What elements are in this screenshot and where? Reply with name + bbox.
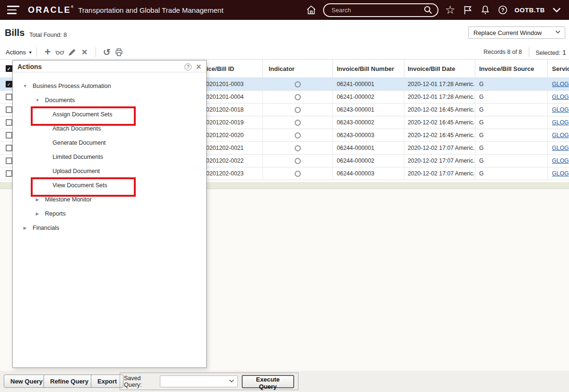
invoice-bill-date-cell: 2020-12-02 17:07 Americ... — [404, 167, 475, 180]
export-button[interactable]: Export — [91, 375, 123, 388]
checkbox-unchecked[interactable] — [6, 170, 12, 177]
checkbox-unchecked[interactable] — [6, 132, 12, 139]
checkbox-unchecked[interactable] — [6, 94, 12, 100]
invoice-bill-date-cell: 2020-12-02 16:45 Americ... — [404, 104, 475, 116]
service-link[interactable]: GLOG — [552, 170, 569, 177]
invoice-bill-source-cell: G — [475, 104, 548, 116]
column-header-invoice-bill-date[interactable]: Invoice/Bill Date — [404, 60, 475, 78]
column-header-invoice-bill-source[interactable]: Invoice/Bill Source — [475, 60, 548, 78]
tree-item-label: Assign Document Sets — [53, 111, 112, 118]
tree-expanded-icon[interactable]: ▼ — [22, 84, 28, 88]
page-title: Bills — [5, 27, 25, 38]
edit-pencil-icon[interactable] — [66, 46, 79, 58]
invoice-bill-number-cell: 06241-000002 — [333, 91, 404, 103]
invoice-bill-date-cell: 2020-12-02 16:45 Americ... — [404, 129, 475, 141]
column-header-indicator[interactable]: Indicator — [263, 60, 333, 78]
tree-item-label: Financials — [33, 225, 59, 231]
actions-tree-item-view-document-sets[interactable]: View Document Sets — [13, 178, 206, 192]
user-menu-label[interactable]: OOTB.TB — [515, 7, 545, 14]
indicator-cell — [263, 78, 333, 90]
service-link[interactable]: GLOG — [552, 145, 569, 151]
checkbox-unchecked[interactable] — [6, 145, 12, 151]
tree-expanded-icon[interactable]: ▼ — [35, 98, 40, 103]
invoice-bill-date-cell: 2020-12-02 16:45 Americ... — [404, 116, 475, 129]
service-link[interactable]: GLOG — [552, 157, 569, 164]
indicator-circle-icon — [295, 132, 301, 139]
column-header-invoice-bill-number[interactable]: Invoice/Bill Number — [333, 60, 404, 78]
refresh-icon[interactable]: ↺ — [101, 46, 113, 58]
popup-close-icon[interactable]: ✕ — [196, 63, 201, 70]
service-cell: GLOG — [548, 129, 569, 141]
service-cell: GLOG — [548, 155, 569, 167]
actions-tree-item-upload-document[interactable]: Upload Document — [13, 164, 206, 178]
service-link[interactable]: GLOG — [552, 81, 569, 87]
service-link[interactable]: GLOG — [552, 132, 569, 139]
indicator-cell — [263, 116, 333, 129]
indicator-circle-icon — [295, 81, 301, 87]
service-link[interactable]: GLOG — [552, 119, 569, 126]
actions-tree-item-reports[interactable]: ▶Reports — [13, 207, 206, 221]
actions-tree-item-milestone-monitor[interactable]: ▶Milestone Monitor — [13, 192, 206, 207]
actions-tree-item-generate-document[interactable]: Generate Document — [13, 136, 206, 150]
service-link[interactable]: GLOG — [552, 106, 569, 113]
delete-icon[interactable]: ✕ — [79, 46, 91, 58]
home-icon[interactable] — [306, 4, 317, 16]
popup-help-icon[interactable]: ? — [184, 63, 192, 70]
column-header-service[interactable]: Servic — [548, 60, 569, 78]
actions-popup: Actions ? ✕ ▼Business Process Automation… — [12, 60, 207, 368]
checkbox-checked[interactable]: ✓ — [6, 81, 12, 87]
window-mode-select[interactable]: Replace Current Window — [468, 26, 565, 39]
checkbox-unchecked[interactable] — [6, 119, 12, 126]
actions-tree-item-documents[interactable]: ▼Documents — [13, 93, 206, 107]
tree-item-label: Upload Document — [53, 168, 100, 174]
tree-item-label: Attach Documents — [53, 125, 101, 132]
invoice-bill-source-cell: G — [475, 167, 548, 180]
indicator-cell — [263, 142, 333, 154]
add-record-icon[interactable]: + — [42, 46, 54, 58]
refine-query-button[interactable]: Refine Query — [44, 375, 95, 388]
global-search-box[interactable] — [323, 3, 438, 17]
service-link[interactable]: GLOG — [552, 94, 569, 100]
service-cell: GLOG — [548, 142, 569, 154]
favorites-star-icon[interactable]: ☆ — [445, 4, 456, 16]
search-icon[interactable] — [423, 5, 433, 15]
indicator-cell — [263, 129, 333, 141]
checkbox-unchecked[interactable] — [6, 106, 12, 113]
search-input[interactable] — [331, 6, 423, 14]
hamburger-menu-icon[interactable] — [7, 6, 19, 14]
checkbox-checked[interactable]: ✓ — [6, 65, 12, 72]
tree-collapsed-icon[interactable]: ▶ — [35, 211, 40, 216]
checkbox-unchecked[interactable] — [6, 157, 12, 164]
indicator-circle-icon — [295, 94, 301, 100]
print-icon[interactable] — [113, 46, 125, 58]
tree-collapsed-icon[interactable]: ▶ — [22, 226, 28, 230]
actions-tree-item-attach-documents[interactable]: Attach Documents — [13, 122, 206, 136]
application-window: ORACLE® Transportation and Global Trade … — [0, 0, 569, 392]
saved-query-group: Saved Query: Execute Query — [120, 373, 298, 390]
service-cell: GLOG — [548, 91, 569, 103]
saved-query-select[interactable] — [160, 375, 237, 387]
header-actions: ☆ ? OOTB.TB — [306, 3, 569, 17]
actions-tree-item-financials[interactable]: ▶Financials — [13, 221, 206, 235]
help-icon[interactable]: ? — [497, 4, 508, 16]
invoice-bill-number-cell: 06243-000002 — [333, 116, 404, 129]
notifications-bell-icon[interactable] — [480, 4, 491, 16]
actions-menu-button[interactable]: Actions▾ — [6, 49, 32, 56]
new-query-button[interactable]: New Query — [4, 375, 49, 388]
invoice-bill-number-cell: 06241-000001 — [333, 78, 404, 90]
execute-query-button[interactable]: Execute Query — [242, 375, 294, 388]
tree-collapsed-icon[interactable]: ▶ — [35, 197, 40, 202]
indicator-cell — [263, 155, 333, 167]
invoice-bill-source-cell: G — [475, 78, 548, 90]
actions-tree-item-limited-documents[interactable]: Limited Documents — [13, 150, 206, 164]
toolbar-divider — [96, 47, 96, 57]
tree-item-label: Limited Documents — [53, 154, 103, 160]
view-glasses-icon[interactable] — [54, 46, 66, 58]
query-bar: New Query Refine Query Export Saved Quer… — [0, 371, 569, 392]
tree-item-label: Generate Document — [53, 139, 106, 146]
user-menu-chevron-down-icon[interactable] — [551, 4, 562, 16]
actions-tree-item-assign-document-sets[interactable]: Assign Document Sets — [13, 107, 206, 122]
toolbar-divider — [36, 47, 37, 57]
flag-icon[interactable] — [462, 4, 473, 16]
actions-tree-item-business-process-automation[interactable]: ▼Business Process Automation — [13, 79, 206, 93]
